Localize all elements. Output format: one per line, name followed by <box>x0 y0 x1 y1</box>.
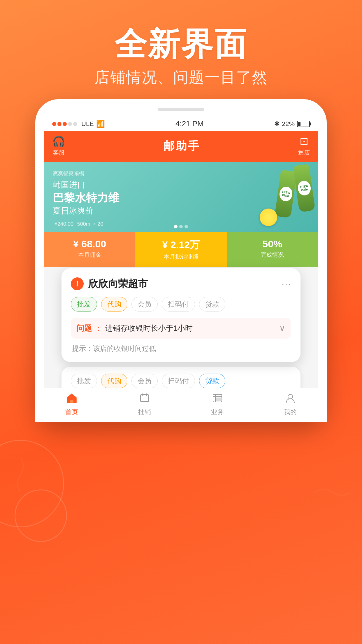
status-left: ULE 📶 <box>52 120 105 128</box>
tag2-proxy[interactable]: 代购 <box>101 374 127 388</box>
tag-proxy[interactable]: 代购 <box>101 297 127 312</box>
bluetooth-icon: ✱ <box>274 120 280 128</box>
phone-notch <box>158 108 204 111</box>
tag-loan[interactable]: 贷款 <box>199 297 225 312</box>
dot-3 <box>184 225 188 228</box>
phone-screen: ULE 📶 4:21 PM ✱ 22% 🎧 客服 <box>44 115 318 414</box>
tag2-scan-pay[interactable]: 扫码付 <box>162 374 195 388</box>
nav-service-label: 业务 <box>211 408 224 414</box>
sales-value: ¥ 2.12万 <box>138 238 224 252</box>
signal-dot-3 <box>63 122 67 126</box>
banner-line2: 巴黎水特力维 <box>53 190 309 205</box>
nav-batch-label: 批销 <box>138 408 151 414</box>
customer-service-label: 客服 <box>53 149 65 157</box>
nav-service[interactable]: 业务 <box>181 393 254 414</box>
more-options-button[interactable]: ··· <box>282 279 291 289</box>
wifi-icon: 📶 <box>96 120 105 128</box>
stats-row: ¥ 68.00 本月佣金 ¥ 2.12万 本月批销业绩 50% 完成情况 <box>44 232 318 267</box>
store-2-tags: 批发 代购 会员 扫码付 贷款 <box>71 374 291 388</box>
battery-fill <box>298 122 301 126</box>
profile-icon <box>284 393 296 406</box>
completion-label: 完成情况 <box>230 251 315 259</box>
bottle-1: TREWPlain <box>275 170 297 218</box>
customer-service-btn[interactable]: 🎧 客服 <box>52 135 65 157</box>
tag-wholesale[interactable]: 批发 <box>71 297 97 312</box>
battery-percent: 22% <box>282 120 295 128</box>
store-name-row: ! 欣欣向荣超市 <box>71 277 148 290</box>
bottle-label-1: TREWPlain <box>278 186 293 202</box>
battery-tip <box>310 123 311 125</box>
status-time: 4:21 PM <box>175 119 204 128</box>
chevron-down-icon: ∨ <box>279 323 285 333</box>
nav-home-label: 首页 <box>65 408 78 414</box>
battery-bar <box>297 121 310 127</box>
svg-rect-0 <box>70 400 73 403</box>
squiggle-left <box>9 457 32 492</box>
signal-dots <box>52 122 77 126</box>
product-bottles: TREWPlain TREWPlain <box>278 165 312 217</box>
bottle-label-2: TREWPlain <box>297 180 312 196</box>
sales-stat: ¥ 2.12万 本月批销业绩 <box>135 232 226 267</box>
store-card-header: ! 欣欣向荣超市 ··· <box>71 277 291 290</box>
commission-value: ¥ 68.00 <box>47 238 132 250</box>
store-name: 欣欣向荣超市 <box>88 277 148 290</box>
tag-member[interactable]: 会员 <box>131 297 158 312</box>
hint-content: 该店的收银时间过低 <box>93 344 156 352</box>
completion-value: 50% <box>230 238 315 250</box>
tag2-wholesale[interactable]: 批发 <box>71 374 97 388</box>
sales-label: 本月批销业绩 <box>138 253 224 261</box>
commission-label: 本月佣金 <box>47 251 132 259</box>
price-value: ¥240.00 <box>55 221 73 227</box>
alert-icon: ! <box>71 277 84 290</box>
status-right: ✱ 22% <box>274 120 310 128</box>
nav-profile-label: 我的 <box>284 408 297 414</box>
nav-batch[interactable]: 批销 <box>108 393 181 414</box>
bottom-nav: 首页 批销 <box>44 388 318 414</box>
svg-rect-8 <box>216 398 221 401</box>
banner-line1: 韩国进口 <box>53 179 309 190</box>
store-card-1: ! 欣欣向荣超市 ··· 批发 代购 会员 扫码付 贷款 <box>61 268 301 362</box>
phone-mockup: ULE 📶 4:21 PM ✱ 22% 🎧 客服 <box>35 99 327 422</box>
hint-prefix: 提示： <box>72 344 93 352</box>
problem-label: 问题 <box>77 323 92 333</box>
scan-icon: ⊡ <box>300 135 308 148</box>
problem-text: 问题 ： 进销存收银时长小于1小时 <box>77 323 193 333</box>
tag-scan-pay[interactable]: 扫码付 <box>162 297 195 312</box>
main-subtitle: 店铺情况、问题一目了然 <box>0 67 362 88</box>
store-tags: 批发 代购 会员 扫码付 贷款 <box>71 297 291 312</box>
hint-text: 提示：该店的收银时间过低 <box>71 343 291 353</box>
signal-dot-1 <box>52 122 56 126</box>
problem-colon: ： <box>95 323 102 333</box>
commission-stat: ¥ 68.00 本月佣金 <box>44 232 135 267</box>
banner-dots <box>174 225 188 228</box>
completion-stat: 50% 完成情况 <box>227 232 318 267</box>
svg-rect-2 <box>142 393 143 396</box>
bg-decoration-circle-small <box>15 489 67 542</box>
nav-home[interactable]: 首页 <box>44 393 108 414</box>
header-area: 全新界面 店铺情况、问题一目了然 <box>0 0 362 88</box>
price-unit: 500ml × 20 <box>77 221 103 227</box>
home-icon <box>66 393 78 406</box>
bottle-2: TREWPlain <box>293 164 315 212</box>
svg-rect-3 <box>146 393 147 396</box>
promo-banner[interactable]: 爽爽暢爽暢暢 韩国进口 巴黎水特力维 夏日冰爽价 ¥240.00 500ml ×… <box>44 162 318 232</box>
tag2-loan[interactable]: 贷款 <box>199 374 225 388</box>
batch-icon <box>139 393 150 406</box>
squiggle-right <box>315 481 350 504</box>
patrol-label: 巡店 <box>298 149 310 157</box>
phone-frame: ULE 📶 4:21 PM ✱ 22% 🎧 客服 <box>35 99 327 422</box>
main-title: 全新界面 <box>0 26 362 62</box>
dot-2 <box>179 225 183 228</box>
headphone-icon: 🎧 <box>52 135 65 148</box>
svg-point-9 <box>288 394 293 399</box>
problem-box[interactable]: 问题 ： 进销存收银时长小于1小时 ∨ <box>71 318 291 339</box>
app-title: 邮助手 <box>164 139 200 153</box>
problem-desc: 进销存收银时长小于1小时 <box>105 323 193 333</box>
signal-dot-5 <box>73 122 77 126</box>
nav-profile[interactable]: 我的 <box>254 393 318 414</box>
tag2-member[interactable]: 会员 <box>131 374 158 388</box>
service-icon <box>212 393 223 406</box>
svg-rect-1 <box>140 395 149 402</box>
patrol-store-btn[interactable]: ⊡ 巡店 <box>298 135 310 157</box>
lemon-decoration <box>260 209 277 226</box>
